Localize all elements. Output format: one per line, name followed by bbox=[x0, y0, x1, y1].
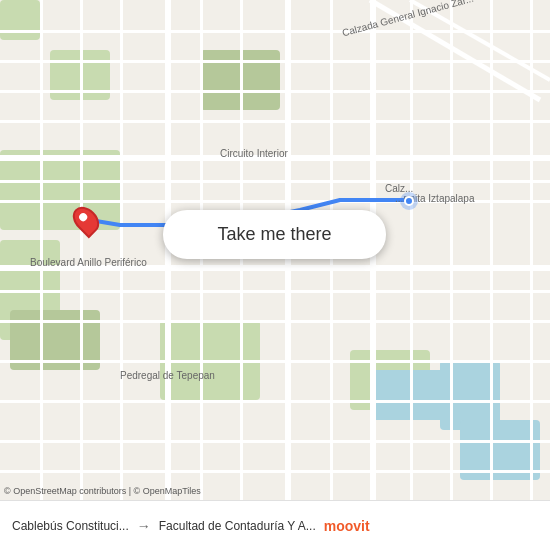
route-arrow-icon: → bbox=[137, 518, 151, 534]
map-container: Calzada General Ignacio Zar... Circuito … bbox=[0, 0, 550, 500]
label-pedregal: Pedregal de Tepepan bbox=[120, 370, 215, 381]
label-boulevard: Boulevard Anillo Periférico bbox=[30, 257, 147, 268]
route-from: Cablebús Constituci... bbox=[12, 519, 129, 533]
destination-marker bbox=[400, 192, 418, 210]
green-area-1 bbox=[0, 150, 120, 230]
map-attribution: © OpenStreetMap contributors | © OpenMap… bbox=[4, 486, 201, 496]
take-me-there-button[interactable]: Take me there bbox=[163, 210, 386, 259]
take-me-there-label: Take me there bbox=[217, 224, 331, 245]
dest-dot-outer bbox=[400, 192, 418, 210]
label-circuito: Circuito Interior bbox=[220, 148, 288, 159]
route-to: Facultad de Contaduría Y A... bbox=[159, 519, 316, 533]
origin-marker bbox=[75, 205, 97, 235]
road-v-12 bbox=[530, 0, 533, 500]
road-v-1 bbox=[40, 0, 43, 500]
road-v-11 bbox=[490, 0, 493, 500]
road-v-9 bbox=[410, 0, 413, 500]
moovit-logo: moovit bbox=[324, 518, 370, 534]
road-v-10 bbox=[450, 0, 453, 500]
route-info: Cablebús Constituci... → Facultad de Con… bbox=[12, 518, 316, 534]
bottom-bar: Cablebús Constituci... → Facultad de Con… bbox=[0, 500, 550, 550]
green-area-8 bbox=[0, 0, 40, 40]
road-v-2 bbox=[80, 0, 83, 500]
dest-dot-inner bbox=[404, 196, 414, 206]
road-v-3 bbox=[120, 0, 123, 500]
